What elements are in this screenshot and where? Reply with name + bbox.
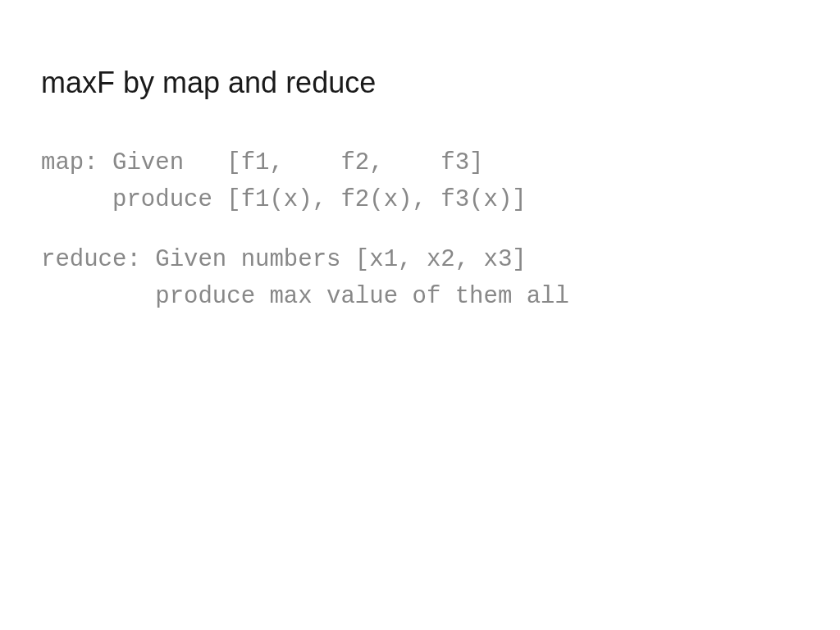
map-given-line: map: Given [f1, f2, f3]: [41, 149, 484, 176]
reduce-given-line: reduce: Given numbers [x1, x2, x3]: [41, 246, 527, 273]
reduce-produce-line: produce max value of them all: [41, 283, 569, 310]
reduce-section: reduce: Given numbers [x1, x2, x3] produ…: [41, 242, 799, 316]
map-produce-line: produce [f1(x), f2(x), f3(x)]: [41, 186, 527, 213]
map-section: map: Given [f1, f2, f3] produce [f1(x), …: [41, 145, 799, 219]
slide-title: maxF by map and reduce: [41, 66, 799, 100]
